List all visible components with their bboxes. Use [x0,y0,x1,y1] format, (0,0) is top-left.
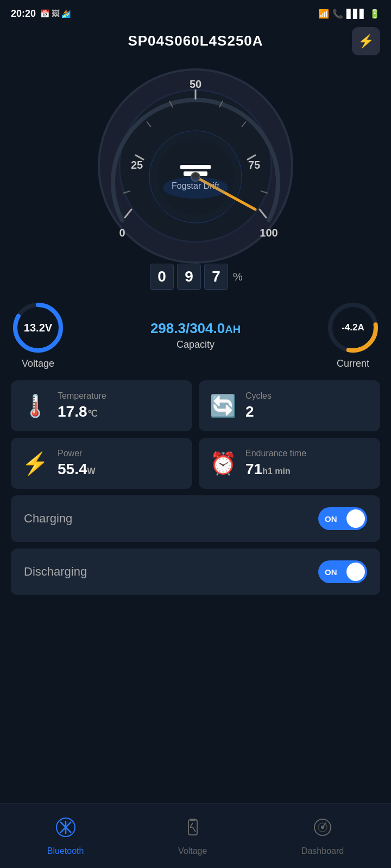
device-title: SP04S060L4S250A [128,33,263,49]
cycles-header: 🔄 Cycles 2 [210,391,369,420]
power-header: ⚡ Power 55.4W [22,449,181,478]
discharging-toggle-state: ON [325,567,337,577]
voltage-nav-label: Voltage [178,846,207,856]
svg-text:0: 0 [119,227,125,239]
endurance-card: ⏰ Endurance time 71h1 min [199,438,380,489]
voltage-metric: 13.2V Voltage [11,301,65,369]
charging-label: Charging [24,512,72,526]
capacity-number: 298.3/304.0 [150,320,225,336]
power-label: Power [58,449,96,458]
capacity-unit: AH [225,323,241,335]
power-value: 55.4W [58,461,96,478]
status-bar: 20:20 📅 🖼 🏄 📶 📞 ▋▋▋ 🔋 [0,0,391,27]
capacity-value: 298.3/304.0AH [150,320,241,337]
bluetooth-nav-label: Bluetooth [47,846,84,856]
nav-voltage[interactable]: Voltage [178,818,207,856]
endurance-value: 71h1 min [245,461,306,478]
svg-text:75: 75 [248,159,260,171]
current-metric: -4.2A Current [326,301,380,369]
gauge-container: 0 25 50 75 100 Fogstar Drift [92,63,299,269]
temperature-value: 17.8℃ [58,403,106,420]
svg-rect-20 [180,165,211,169]
signal-icon: ▋▋▋ [346,9,366,19]
nav-dashboard[interactable]: Dashboard [301,818,344,856]
bluetooth-icon: ⚡ [358,34,374,49]
discharging-toggle-row[interactable]: Discharging ON [11,548,380,595]
metrics-row: 13.2V Voltage 298.3/304.0AH Capacity -4.… [0,295,391,375]
time-display: 20:20 [11,8,36,20]
bottom-nav: Bluetooth Voltage Dashboard [0,803,391,868]
discharging-toggle[interactable]: ON [318,560,367,583]
cards-grid: 🌡️ Temperature 17.8℃ 🔄 Cycles 2 [0,380,391,489]
battery-icon: 🔋 [369,9,380,19]
clock-icon: ⏰ [210,451,237,476]
svg-text:50: 50 [190,78,201,90]
temperature-card: 🌡️ Temperature 17.8℃ [11,380,192,431]
power-content: Power 55.4W [58,449,96,478]
charging-toggle-state: ON [325,514,337,524]
endurance-header: ⏰ Endurance time 71h1 min [210,449,369,478]
svg-text:100: 100 [260,227,278,239]
wifi-icon: 📶 [318,9,329,19]
svg-rect-36 [190,819,195,821]
discharging-knob [346,563,365,581]
voltage-gauge: 13.2V [11,301,65,355]
dashboard-nav-label: Dashboard [301,846,344,856]
voltage-value: 13.2V [24,322,52,334]
thermometer-icon: 🌡️ [22,393,49,419]
nav-bluetooth[interactable]: Bluetooth [47,818,84,856]
current-value: -4.2A [342,322,364,333]
temperature-label: Temperature [58,391,106,401]
voltage-nav-icon [183,818,203,842]
current-label: Current [337,358,369,369]
charging-toggle[interactable]: ON [318,507,367,530]
voltage-label: Voltage [22,358,54,369]
cycles-content: Cycles 2 [245,391,272,420]
svg-point-25 [163,177,228,199]
svg-line-32 [60,827,66,833]
cycles-card: 🔄 Cycles 2 [199,380,380,431]
svg-line-39 [193,827,195,832]
status-right-icons: 📶 📞 ▋▋▋ 🔋 [318,9,380,19]
current-gauge: -4.2A [326,301,380,355]
header: SP04S060L4S250A ⚡ [0,27,391,52]
cycles-value: 2 [245,403,272,420]
call-icon: 📞 [332,9,343,19]
capacity-metric: 298.3/304.0AH Capacity [150,320,241,350]
svg-text:25: 25 [131,159,143,171]
cycle-icon: 🔄 [210,393,237,419]
percent-sign: % [233,271,243,283]
bluetooth-nav-icon [56,818,75,842]
temperature-content: Temperature 17.8℃ [58,391,106,420]
power-card: ⚡ Power 55.4W [11,438,192,489]
svg-line-37 [190,823,193,827]
charging-knob [346,509,365,528]
status-time: 20:20 📅 🖼 🏄 [11,8,71,20]
endurance-label: Endurance time [245,449,306,458]
gauge-section: 0 25 50 75 100 Fogstar Drift [0,52,391,275]
endurance-content: Endurance time 71h1 min [245,449,306,478]
discharging-label: Discharging [24,565,87,579]
dashboard-nav-icon [313,818,332,842]
charging-toggle-row[interactable]: Charging ON [11,495,380,542]
temperature-header: 🌡️ Temperature 17.8℃ [22,391,181,420]
bluetooth-button[interactable]: ⚡ [352,27,380,55]
gauge-svg: 0 25 50 75 100 Fogstar Drift [92,63,299,269]
svg-line-34 [66,822,71,827]
status-icons: 📅 🖼 🏄 [40,9,71,18]
capacity-label: Capacity [176,339,215,350]
cycles-label: Cycles [245,391,272,401]
power-icon: ⚡ [22,451,49,476]
